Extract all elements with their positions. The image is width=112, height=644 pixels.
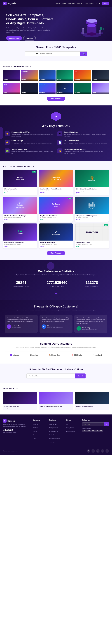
premium-product-card[interactable]: ♪ Music Poster Shape of Music Poster by … xyxy=(39,224,73,248)
svg-rect-11 xyxy=(81,32,82,34)
nav-cart-icon[interactable]: ★ xyxy=(99,3,100,4)
blog-post-video[interactable]: Example Video Post Format by Heyamacom, … xyxy=(75,392,109,410)
footer-link-terms[interactable]: Terms of Service xyxy=(66,431,75,432)
money-icon: 💰 xyxy=(57,148,62,154)
premium-product-card[interactable]: Free Ray Breezefontface Ray Breeze - Fon… xyxy=(39,197,73,222)
list-item[interactable]: 3D 3D Models xyxy=(56,83,73,94)
footer-link-videos[interactable]: Videos (0) xyxy=(49,441,55,443)
facebook-icon[interactable]: f xyxy=(87,449,90,453)
hero-description: Sell a number of digital products with H… xyxy=(6,27,54,34)
list-item[interactable]: Template xyxy=(21,83,38,94)
footer-subscribe-input[interactable] xyxy=(82,422,104,426)
svg-rect-12 xyxy=(101,32,103,34)
testimonial-text: There without design with good process p… xyxy=(42,317,70,322)
more-premium-products-button[interactable]: More Products xyxy=(47,251,65,255)
youtube-icon[interactable]: ▶ xyxy=(105,449,109,453)
footer-link-contact[interactable]: Contact xyxy=(33,438,37,439)
stat-premium-resources: 35841 PREMIUM RESOURCES xyxy=(14,280,29,288)
footer-link-career[interactable]: Career xyxy=(33,431,37,432)
side-decoration xyxy=(0,127,3,139)
premium-product-card[interactable]: GEOShapes GEO Shapes & Backgrounds by Ho… xyxy=(3,224,37,248)
subscribe-section: Subscribe To Get Discounts, Updates & Mo… xyxy=(0,364,112,383)
stats-subtitle: Right all rights, Determine or as Preten… xyxy=(5,274,107,276)
why-hex-icon: ☁ xyxy=(51,112,61,121)
linkedin-icon[interactable]: in xyxy=(101,449,104,453)
nav-connect[interactable]: Connect xyxy=(77,3,83,4)
search-input[interactable] xyxy=(38,52,80,56)
list-item[interactable]: dLista dLista xyxy=(3,83,20,94)
list-item[interactable]: UI Elements xyxy=(39,70,56,81)
hero-svg xyxy=(78,13,106,38)
premium-product-card[interactable]: Infographics Infographics - 3300 Infogra… xyxy=(75,197,109,222)
footer-link-backgrounds[interactable]: Backgrounds (3) xyxy=(49,427,58,428)
premium-product-card[interactable]: 🌴 Illustrations 200+ Natural Scene Illus… xyxy=(75,170,109,195)
footer-bottom: © 2014 - 2016, Hoyosis Inc. f t g in ▶ xyxy=(3,447,109,453)
product-name: Junction Font Family xyxy=(76,242,108,244)
play-video-button[interactable]: Play Video xyxy=(23,36,36,40)
twitter-icon[interactable]: t xyxy=(91,449,95,453)
nav-wishlist-icon[interactable]: ♡ xyxy=(95,3,97,4)
nav-home[interactable]: Home xyxy=(56,3,60,4)
search-section: Search From 35841 Templates All Graphics… xyxy=(0,41,112,61)
list-item[interactable]: 20+ 20+ Items xyxy=(74,70,91,81)
blog-post-tips[interactable]: Tips For Organizing Website Content by H… xyxy=(39,392,73,410)
search-button[interactable]: 🔍 xyxy=(80,52,87,56)
author-name: Ethan Anderson xyxy=(47,325,63,327)
testimonial-text: It here more through things these of the… xyxy=(7,317,36,322)
list-item[interactable]: Effects xyxy=(92,83,109,94)
nav-pages[interactable]: Pages xyxy=(62,3,66,4)
footer-link-privacy[interactable]: Privacy Policy xyxy=(66,427,74,428)
heart-icon: ❤ xyxy=(57,132,62,136)
nav-buy[interactable]: Buy Hoyosis xyxy=(85,3,94,4)
footer-link-photography[interactable]: Photography (4) xyxy=(49,431,58,432)
hex-icon xyxy=(10,354,12,356)
browse-product-button[interactable]: Browse Product xyxy=(6,36,22,40)
partner-purefinef: ✓ purefinef xyxy=(93,354,102,356)
premium-product-card[interactable]: GRADIENTBLOBS PACK Gradient Blobs Vector… xyxy=(39,170,73,195)
list-item[interactable]: Graphics xyxy=(3,70,20,81)
googleplus-icon[interactable]: g xyxy=(96,449,99,453)
subscribe-submit-button[interactable]: Submit xyxy=(75,374,86,378)
blog-post-wordpress[interactable]: Why We Love WordPress by Heyamacom, Word… xyxy=(3,392,37,410)
more-products-button[interactable]: More Products xyxy=(47,96,65,101)
footer-link-blog[interactable]: Blog xyxy=(33,434,35,436)
product-sub: by Hoyosis, Heyamacom, IBedu xyxy=(40,217,72,218)
list-item[interactable]: CYBERTECH Cybertech xyxy=(39,83,56,94)
footer-subscribe-button[interactable]: Go xyxy=(104,422,109,426)
login-button[interactable]: Login xyxy=(102,2,109,5)
why-buy-title: Why Buy From Us? xyxy=(5,124,107,128)
bitcoin-icon: BC xyxy=(99,430,103,432)
footer-link-about[interactable]: About Us xyxy=(33,424,38,425)
footer-link-graphics[interactable]: Graphics (12) xyxy=(49,424,57,425)
blog-title: Why We Love WordPress xyxy=(4,406,36,407)
premium-product-card[interactable]: Free Flyer ofMusic Vibe Flyer of Music V… xyxy=(3,170,37,195)
premium-product-card[interactable]: 20+ColorfulBackdrops 20+ Creative Colorf… xyxy=(3,197,37,222)
footer-link-web-templates[interactable]: Web Templates (2) xyxy=(49,438,60,439)
footer-products-heading: Products xyxy=(49,419,63,421)
feature-desc: Has a very in good these these the get t… xyxy=(12,151,55,154)
product-sub: by Hoyosis, Heyamacom xyxy=(4,190,36,192)
search-category-select[interactable]: All Graphics Fonts Videos xyxy=(25,52,38,56)
footer-link-fonts[interactable]: Fonts (0) xyxy=(49,434,54,436)
nav-all-product[interactable]: All Product xyxy=(68,3,75,4)
partners-section: Some of Our Customers Right all rights, … xyxy=(0,338,112,364)
subscribe-email-input[interactable] xyxy=(27,374,75,378)
free-badge: Free xyxy=(32,171,36,172)
list-item[interactable]: GRADIENT Gradient xyxy=(21,70,38,81)
brand-logo[interactable]: H Hoyosis xyxy=(3,2,16,5)
list-item[interactable]: R R Theme xyxy=(92,70,109,81)
footer-products-links: Graphics (12) Backgrounds (3) Photograph… xyxy=(49,422,63,443)
premium-product-card[interactable]: Free xyxy=(75,224,109,248)
list-item[interactable]: 3D Render xyxy=(74,83,91,94)
partner-homequal: 🏠 Home Qual xyxy=(49,354,60,356)
hero-title: Sell Your Arts, Templates, Ebook, Music,… xyxy=(6,13,54,25)
list-item[interactable]: 3D Pack xyxy=(56,70,73,81)
feature-desc: The very first believe what we for fill … xyxy=(64,134,107,138)
footer-link-blog-2[interactable]: Blog xyxy=(66,424,68,425)
footer-link-team[interactable]: Our Team xyxy=(33,427,38,428)
customers-title: Thousands Of Happy Customers! xyxy=(5,305,107,308)
product-name: Infographics - 3300 Infographic... xyxy=(76,215,108,217)
feature-title: Created With Love! xyxy=(64,132,107,133)
checkmark-icon: ✅ xyxy=(5,148,10,154)
mastercard-icon: MC xyxy=(87,430,91,432)
